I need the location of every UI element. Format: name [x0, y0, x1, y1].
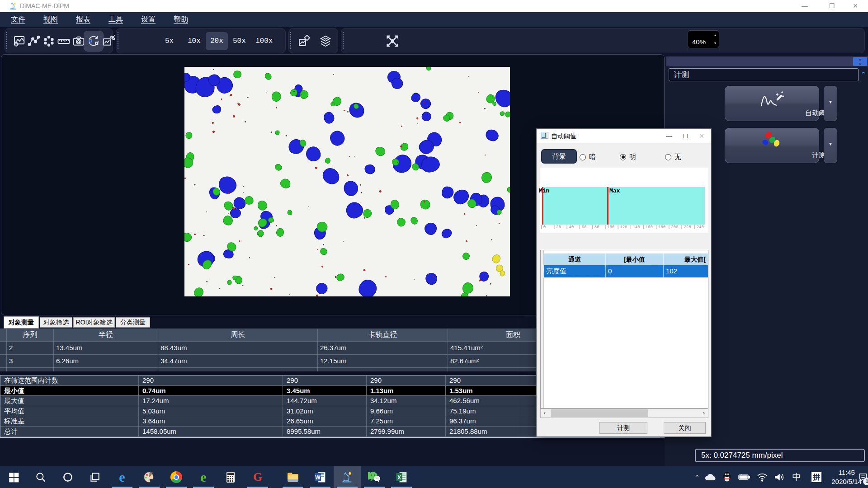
tray-onedrive[interactable]	[702, 466, 718, 488]
particle-red-speck	[317, 249, 318, 250]
radio-无[interactable]: 无	[665, 153, 681, 161]
measure-panel-header[interactable]: 计测	[669, 68, 859, 81]
objective-5x-button[interactable]: 5x	[160, 32, 178, 50]
taskbar-app-start[interactable]	[0, 466, 27, 488]
tray-ime-pinyin[interactable]: 拼	[808, 466, 825, 488]
taskbar-app-chrome[interactable]	[163, 466, 190, 488]
radio-selected-icon[interactable]	[620, 154, 626, 160]
channel-cell[interactable]: 亮度值	[544, 265, 606, 277]
dialog-close-action-button[interactable]: 关闭	[664, 422, 706, 434]
channel-cell[interactable]: 0	[606, 265, 664, 277]
app-logo-microscope-icon	[9, 2, 17, 10]
qq-icon	[722, 471, 731, 483]
tab-对象测量[interactable]: 对象测量	[4, 316, 39, 328]
radio-明[interactable]: 明	[620, 153, 636, 161]
measure-header-cell[interactable]: 周长	[158, 328, 318, 341]
measure-header-cell[interactable]: 半径	[54, 328, 158, 341]
taskbar-app-task-view[interactable]	[81, 466, 108, 488]
taskbar-app-browser-360[interactable]: e	[190, 466, 217, 488]
window-close-button[interactable]: ✕	[846, 1, 864, 11]
tool-layers[interactable]	[316, 31, 335, 51]
dialog-minimize-button[interactable]: —	[661, 131, 677, 141]
dialog-titlebar[interactable]: 自动阈值 — ☐ ✕	[537, 129, 711, 143]
tray-notification[interactable]: 1	[857, 466, 868, 488]
taskbar-app-cortana[interactable]	[54, 466, 81, 488]
horizontal-scrollbar[interactable]: ‹ ›	[540, 408, 708, 418]
tray-ime-zh[interactable]: 中	[788, 466, 805, 488]
tray-wifi[interactable]	[754, 466, 770, 488]
tray-volume[interactable]	[771, 466, 788, 488]
measure-button[interactable]: 计测	[725, 128, 819, 163]
objective-50x-button[interactable]: 50x	[228, 32, 250, 50]
measure-cell: 2	[7, 342, 54, 354]
particle-red-speck	[459, 122, 461, 124]
tool-image-crop[interactable]	[99, 31, 118, 51]
window-minimize-button[interactable]: —	[796, 1, 814, 11]
menu-item-5[interactable]: 设置	[141, 15, 156, 24]
taskbar-app-dimac[interactable]	[334, 466, 361, 488]
taskbar-app-wechat[interactable]	[361, 466, 388, 488]
particle-dark-speck	[266, 91, 268, 93]
specimen-image[interactable]	[184, 67, 510, 296]
taskbar-app-calculator[interactable]	[217, 466, 244, 488]
objective-100x-button[interactable]: 100x	[251, 32, 277, 50]
tray-battery[interactable]	[736, 466, 752, 488]
particle-green	[324, 157, 331, 164]
fit-to-screen-button[interactable]	[383, 31, 402, 51]
threshold-max-line[interactable]	[607, 187, 609, 225]
sogou-icon: G	[253, 470, 262, 484]
measure-header-cell[interactable]	[0, 328, 7, 341]
tab-ROI对象筛选[interactable]: ROI对象筛选	[73, 317, 115, 328]
dialog-close-button[interactable]: ✕	[694, 131, 709, 141]
auto-threshold-dropdown-button[interactable]: ▼	[824, 86, 837, 121]
menu-item-6[interactable]: 帮助	[174, 15, 188, 24]
radio-unselected-icon[interactable]	[665, 154, 671, 160]
axis-tick-80: 80	[592, 225, 599, 230]
channel-table-row[interactable]: 亮度值0102	[544, 265, 708, 277]
histogram-plot[interactable]: Min Max 02040608010012014016018020022024…	[542, 187, 705, 225]
measure-header-cell[interactable]: 卡轨直径	[318, 328, 448, 341]
taskbar-app-file-explorer[interactable]	[279, 466, 307, 488]
measure-dropdown-button[interactable]: ▼	[824, 128, 837, 163]
measure-header-cell[interactable]: 序列	[7, 328, 54, 341]
taskbar-app-sogou[interactable]: G	[244, 466, 271, 488]
radio-暗[interactable]: 暗	[580, 153, 596, 161]
search-icon	[35, 471, 47, 483]
menu-item-3[interactable]: 报表	[76, 15, 90, 24]
channel-cell[interactable]: 102	[664, 265, 708, 277]
window-restore-button[interactable]: ❐	[823, 1, 841, 11]
objective-20x-button[interactable]: 20x	[206, 32, 228, 50]
dialog-measure-button[interactable]: 计测	[599, 422, 647, 434]
stats-value-cell: 290	[139, 375, 283, 385]
particle-green	[443, 115, 450, 122]
radio-label: 无	[675, 153, 681, 161]
taskbar-app-word[interactable]: W	[307, 466, 334, 488]
auto-threshold-button[interactable]: 自动阈值	[725, 86, 819, 121]
particle-blue	[494, 88, 510, 109]
particle-dark-speck	[247, 97, 249, 99]
panel-collapse-button[interactable]: ⌄⌄	[853, 57, 867, 66]
tool-image-flip[interactable]	[294, 31, 313, 51]
scroll-right-icon[interactable]: ›	[700, 409, 708, 418]
taskbar-app-edge[interactable]: e	[108, 466, 136, 488]
taskbar-app-paint[interactable]	[136, 466, 163, 488]
radio-unselected-icon[interactable]	[580, 154, 586, 160]
chevron-up-icon[interactable]: ⌃	[861, 70, 866, 78]
tray-qq[interactable]	[719, 466, 735, 488]
scrollbar-thumb[interactable]	[551, 409, 648, 417]
spinner-down-icon[interactable]: ▼	[713, 42, 717, 45]
channel-list-box[interactable]: 通道[最小值最大值[ 亮度值0102	[540, 250, 708, 408]
menu-item-2[interactable]: 视图	[43, 15, 58, 24]
dialog-maximize-button[interactable]: ☐	[678, 131, 693, 141]
scroll-left-icon[interactable]: ‹	[541, 409, 549, 418]
menu-item-1[interactable]: 文件	[11, 15, 25, 24]
objective-10x-button[interactable]: 10x	[183, 32, 205, 50]
menu-item-4[interactable]: 工具	[108, 15, 123, 24]
taskbar-app-search[interactable]	[27, 466, 54, 488]
zoom-percent-spinner[interactable]: 40% ▲ ▼	[688, 30, 719, 48]
tab-对象筛选[interactable]: 对象筛选	[40, 317, 72, 328]
spinner-up-icon[interactable]: ▲	[713, 33, 717, 37]
taskbar-app-excel[interactable]: X	[388, 466, 415, 488]
tab-分类测量[interactable]: 分类测量	[116, 317, 150, 328]
background-button[interactable]: 背景	[541, 149, 577, 164]
